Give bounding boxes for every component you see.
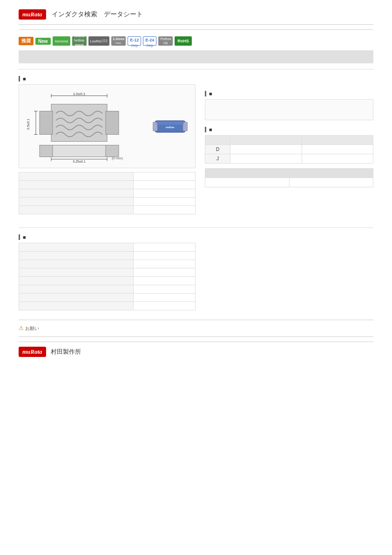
header-title: インダクタ検索 データシート <box>52 10 143 19</box>
right-section-label-2: ■ <box>205 127 373 132</box>
badge-wound: WoundNoBias∞∞∞ <box>72 36 87 46</box>
dimensions-section-label: ■ <box>19 76 373 82</box>
table-row <box>19 260 196 268</box>
table-row <box>19 189 196 198</box>
ordering-table <box>205 168 373 187</box>
badge-general: General <box>53 36 70 46</box>
warning-icon: ⚠ <box>19 325 24 331</box>
header: muRata インダクタ検索 データシート <box>19 9 373 25</box>
product-name-bar <box>19 50 373 63</box>
table-row: D <box>205 145 373 154</box>
bottom-section-label: ■ <box>19 234 373 240</box>
table-row <box>19 277 196 285</box>
badge-new: New <box>35 38 51 45</box>
right-info-box <box>205 99 373 120</box>
svg-text:0.5±0.1: 0.5±0.1 <box>27 119 30 130</box>
svg-rect-5 <box>40 111 53 135</box>
section-divider-2 <box>19 227 373 228</box>
table-row <box>19 243 196 252</box>
footer: muRata 村田製作所 <box>19 342 373 357</box>
svg-text:1.0±0.1: 1.0±0.1 <box>73 92 85 96</box>
ordering-header-row <box>205 169 373 178</box>
table-row <box>19 268 196 277</box>
table-header-row <box>205 136 373 145</box>
svg-rect-7 <box>51 145 107 157</box>
badge-pbfree: Pb/flowOK <box>158 36 173 46</box>
table-row <box>19 206 196 214</box>
badge-e12: E-12Step <box>128 36 141 46</box>
table-row <box>19 198 196 206</box>
svg-rect-22 <box>156 121 184 125</box>
svg-rect-8 <box>40 145 53 157</box>
svg-rect-9 <box>106 145 119 157</box>
section-divider-1 <box>19 69 373 69</box>
table-row <box>19 252 196 260</box>
footer-note: ⚠ お願い <box>19 320 373 332</box>
table-row <box>19 285 196 294</box>
svg-rect-4 <box>51 104 107 142</box>
footer-logo: muRata <box>19 347 46 357</box>
badge-lowrdc: LowRdc⌇⌇⌇ <box>88 36 109 46</box>
left-spec-table <box>19 172 196 214</box>
svg-text:0.25±0.1: 0.25±0.1 <box>73 160 85 163</box>
right-section-label-1: ■ <box>205 91 373 96</box>
diagram-box: 1.0±0.1 <box>19 84 196 168</box>
svg-text:(in mm): (in mm) <box>112 157 123 160</box>
left-panel: 1.0±0.1 <box>19 84 196 218</box>
badge-rohs: RoHS <box>175 36 192 46</box>
ordering-row <box>205 178 373 187</box>
table-row <box>19 294 196 302</box>
table-row <box>19 181 196 189</box>
footer-divider <box>19 336 373 337</box>
header-divider <box>19 29 373 30</box>
notice-text: お願い <box>25 326 39 331</box>
param-table: D J <box>205 135 373 164</box>
bottom-spec-table <box>19 243 196 310</box>
badge-row: 推奨 New General WoundNoBias∞∞∞ LowRdc⌇⌇⌇ … <box>19 36 373 46</box>
table-row: J <box>205 154 373 164</box>
murata-logo: muRata <box>19 9 46 20</box>
badge-suisei: 推奨 <box>19 37 34 45</box>
table-row <box>19 302 196 310</box>
component-photo: muRata <box>152 112 189 140</box>
main-content: 1.0±0.1 <box>19 84 373 218</box>
component-diagram: 1.0±0.1 <box>26 89 147 164</box>
badge-thickness: 1.0mmmax. <box>111 36 126 46</box>
right-panel: ■ ■ D <box>205 84 373 218</box>
footer-company: 村田製作所 <box>51 348 81 356</box>
svg-text:muRata: muRata <box>166 126 175 129</box>
svg-rect-6 <box>106 111 119 135</box>
badge-e24: E-24Step <box>143 36 156 46</box>
table-row <box>19 172 196 181</box>
